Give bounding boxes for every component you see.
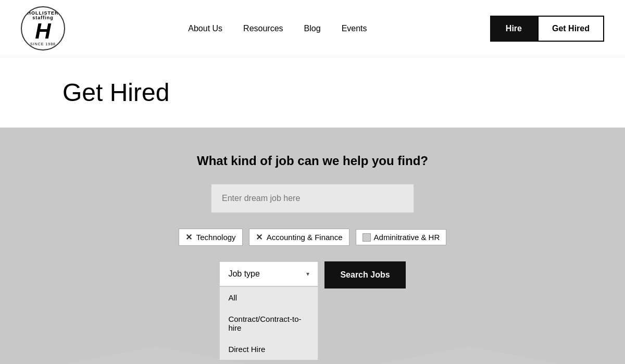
logo-circle: HOLLISTER staffing H SINCE 1988	[21, 6, 65, 51]
chip-administrative-hr[interactable]: Adminitrative & HR	[356, 229, 447, 245]
dropdown-option-all[interactable]: All	[220, 287, 318, 308]
nav-blog[interactable]: Blog	[304, 24, 321, 33]
chip-technology-label: Technology	[196, 233, 236, 242]
category-chips: ✕ Technology ✕ Accounting & Finance Admi…	[179, 229, 447, 246]
dropdown-option-direct-hire[interactable]: Direct Hire	[220, 338, 318, 360]
get-hired-button[interactable]: Get Hired	[538, 16, 604, 42]
nav-buttons: Hire Get Hired	[490, 16, 604, 42]
chip-accounting-finance[interactable]: ✕ Accounting & Finance	[249, 229, 349, 246]
dropdown-option-contract[interactable]: Contract/Contract-to-hire	[220, 308, 318, 338]
chip-admin-label: Adminitrative & HR	[374, 233, 440, 242]
job-type-label: Job type	[228, 269, 259, 279]
chevron-down-icon: ▾	[306, 270, 309, 278]
chip-accounting-label: Accounting & Finance	[267, 233, 343, 242]
logo: HOLLISTER staffing H SINCE 1988	[21, 6, 65, 51]
job-type-wrapper: Job type ▾ All Contract/Contract-to-hire…	[219, 261, 318, 286]
search-section: What kind of job can we help you find? ✕…	[0, 128, 625, 364]
dream-job-input[interactable]	[211, 184, 414, 213]
header: HOLLISTER staffing H SINCE 1988 About Us…	[0, 0, 625, 57]
logo-letter: H	[22, 20, 64, 42]
logo-since-text: SINCE 1988	[22, 42, 64, 46]
nav-about-us[interactable]: About Us	[188, 24, 222, 33]
nav-events[interactable]: Events	[342, 24, 367, 33]
close-icon: ✕	[256, 232, 262, 242]
search-headline: What kind of job can we help you find?	[197, 154, 428, 168]
svg-marker-1	[312, 346, 625, 364]
job-type-dropdown[interactable]: Job type ▾	[219, 261, 318, 286]
search-jobs-button[interactable]: Search Jobs	[324, 261, 405, 288]
main-nav: About Us Resources Blog Events	[188, 24, 367, 33]
search-controls: Job type ▾ All Contract/Contract-to-hire…	[219, 261, 405, 288]
checkbox-icon	[362, 233, 371, 242]
page-title: Get Hired	[63, 78, 604, 107]
page-title-section: Get Hired	[0, 57, 625, 128]
nav-resources[interactable]: Resources	[243, 24, 283, 33]
close-icon: ✕	[185, 232, 192, 242]
hire-button[interactable]: Hire	[490, 16, 538, 42]
chip-technology[interactable]: ✕ Technology	[179, 229, 243, 246]
job-type-menu: All Contract/Contract-to-hire Direct Hir…	[219, 286, 318, 360]
